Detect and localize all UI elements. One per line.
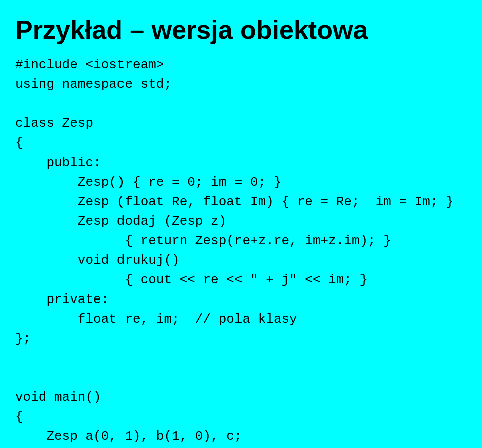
code-line: Zesp (float Re, float Im) { re = Re; im … <box>15 192 467 212</box>
code-line: Zesp() { re = 0; im = 0; } <box>15 173 467 192</box>
code-line: void drukuj() <box>15 251 467 270</box>
page-title: Przykład – wersja obiektowa <box>15 15 467 45</box>
code-line: { return Zesp(re+z.re, im+z.im); } <box>15 231 467 251</box>
code-line: private: <box>15 290 467 310</box>
code-line <box>15 349 467 368</box>
code-line: class Zesp <box>15 114 467 133</box>
code-line: void main() <box>15 388 467 407</box>
code-line: #include <iostream> <box>15 55 467 75</box>
code-line: public: <box>15 153 467 173</box>
code-line: { <box>15 407 467 427</box>
code-block: #include <iostream>using namespace std; … <box>15 55 467 448</box>
code-line: { <box>15 133 467 153</box>
code-line: Zesp a(0, 1), b(1, 0), c; <box>15 427 467 446</box>
code-line <box>15 368 467 388</box>
code-line: float re, im; // pola klasy <box>15 310 467 329</box>
code-line <box>15 94 467 114</box>
code-line: }; <box>15 329 467 349</box>
code-line: using namespace std; <box>15 75 467 94</box>
code-line: Zesp dodaj (Zesp z) <box>15 212 467 231</box>
code-line: { cout << re << " + j" << im; } <box>15 270 467 290</box>
